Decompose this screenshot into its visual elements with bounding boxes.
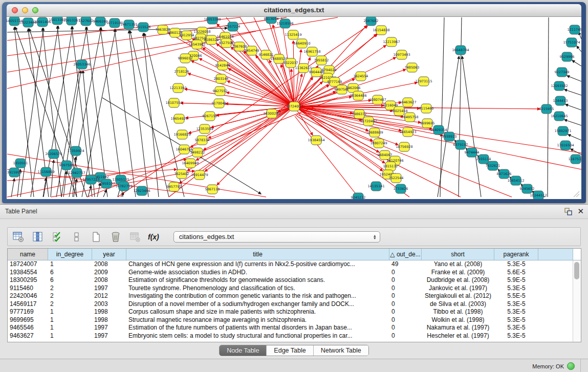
graph-node[interactable]: 1167533 bbox=[569, 155, 581, 164]
row-height-icon[interactable] bbox=[70, 230, 83, 244]
red-edge[interactable] bbox=[297, 111, 313, 135]
graph-node[interactable]: 9466160 bbox=[93, 17, 108, 26]
table-settings-icon[interactable] bbox=[12, 230, 25, 244]
graph-node[interactable]: 12213393 bbox=[169, 83, 186, 93]
black-edge[interactable] bbox=[11, 179, 14, 197]
graph-node[interactable]: 9170046 bbox=[212, 99, 227, 108]
column-header-in_degree[interactable]: in_degree bbox=[48, 249, 92, 260]
graph-node[interactable]: 1733426 bbox=[394, 184, 408, 193]
graph-node[interactable]: 9457791 bbox=[167, 182, 182, 191]
graph-node[interactable]: 16648784 bbox=[452, 46, 469, 55]
network-window[interactable]: citations_edges.txt 14055724182234462069… bbox=[2, 2, 586, 203]
black-edge[interactable] bbox=[567, 76, 581, 81]
black-edge[interactable] bbox=[459, 17, 462, 197]
graph-node[interactable]: 12093582 bbox=[551, 81, 568, 91]
graph-node[interactable]: 11325419 bbox=[285, 30, 301, 39]
tab-edge-table[interactable]: Edge Table bbox=[266, 345, 313, 356]
table-row[interactable]: 977716911998Corpus callosum shape and si… bbox=[8, 308, 581, 316]
network-canvas[interactable]: 1405572418223446206914061501336710653267… bbox=[7, 17, 581, 199]
column-header-pagerank[interactable]: pagerank bbox=[494, 249, 538, 260]
graph-node[interactable]: 5867110 bbox=[205, 185, 220, 194]
black-edge[interactable] bbox=[577, 46, 581, 52]
table-vertical-scrollbar[interactable] bbox=[573, 260, 581, 342]
graph-node[interactable]: 10244512 bbox=[530, 191, 547, 199]
graph-node[interactable]: 17016504 bbox=[557, 141, 574, 150]
tab-network-table[interactable]: Network Table bbox=[313, 345, 368, 356]
black-edge[interactable] bbox=[572, 60, 581, 66]
red-edge[interactable] bbox=[295, 116, 358, 197]
column-header-title[interactable]: title bbox=[126, 249, 389, 260]
graph-node[interactable]: 8267150 bbox=[203, 112, 217, 121]
tab-node-table[interactable]: Node Table bbox=[220, 345, 266, 356]
graph-node[interactable]: 8471626 bbox=[497, 169, 512, 179]
graph-node[interactable]: 1244413 bbox=[553, 96, 568, 105]
graph-node[interactable]: 20206576 bbox=[45, 149, 62, 159]
graph-node[interactable]: 9115460 bbox=[419, 104, 434, 113]
graph-node[interactable]: 8215955 bbox=[539, 104, 554, 114]
scrollbar-thumb[interactable] bbox=[574, 262, 579, 279]
graph-node[interactable]: 16640910 bbox=[293, 39, 310, 48]
column-header-name[interactable]: name bbox=[8, 249, 48, 260]
graph-node[interactable]: 7485063 bbox=[405, 63, 420, 72]
table-row[interactable]: 911546021997Tourette syndrome. Phenomeno… bbox=[8, 285, 581, 293]
graph-node[interactable]: 5878334 bbox=[195, 136, 210, 145]
new-table-icon[interactable] bbox=[90, 230, 103, 244]
graph-node[interactable]: 10973493 bbox=[393, 50, 410, 59]
red-edge[interactable] bbox=[299, 85, 329, 104]
column-header-_fill[interactable] bbox=[538, 249, 573, 260]
resize-grip-icon[interactable] bbox=[573, 190, 580, 198]
black-edge[interactable] bbox=[568, 135, 581, 140]
graph-node[interactable]: 7557224 bbox=[226, 22, 241, 31]
graph-node[interactable]: 9529966 bbox=[560, 52, 575, 61]
table-row[interactable]: 1830029562008Estimation of significance … bbox=[8, 276, 581, 285]
graph-node[interactable]: 12353594 bbox=[196, 124, 213, 134]
table-row[interactable]: 946362711997Embryonic stem cells: a mode… bbox=[8, 332, 581, 340]
graph-node[interactable]: 16961758 bbox=[303, 47, 320, 56]
graph-node[interactable]: 16210645 bbox=[551, 112, 568, 121]
graph-node[interactable]: 18107553 bbox=[165, 98, 182, 107]
black-edge[interactable] bbox=[564, 120, 581, 125]
graph-node[interactable]: 16053389 bbox=[204, 17, 221, 24]
graph-node[interactable]: 16914479 bbox=[191, 170, 208, 180]
table-row[interactable]: 1456911722003Disruption of a novel membe… bbox=[8, 300, 581, 309]
function-builder-icon[interactable]: f(x) bbox=[148, 233, 159, 241]
black-edge[interactable] bbox=[43, 178, 46, 197]
graph-node[interactable]: 7515526 bbox=[136, 23, 151, 32]
red-edge[interactable] bbox=[293, 41, 294, 101]
table-row[interactable]: 1872400712008Changes of HCN gene express… bbox=[8, 260, 581, 269]
black-edge[interactable] bbox=[462, 56, 481, 197]
black-edge[interactable] bbox=[51, 160, 54, 197]
graph-node[interactable]: 9699695 bbox=[420, 119, 435, 128]
graph-node[interactable]: 18756928 bbox=[396, 142, 412, 151]
window-titlebar[interactable]: citations_edges.txt bbox=[7, 4, 581, 17]
column-header-short[interactable]: short bbox=[422, 249, 494, 260]
graph-node[interactable]: 19166829 bbox=[173, 130, 190, 139]
graph-node[interactable]: 3624554 bbox=[354, 72, 368, 81]
graph-node[interactable]: 1211745 bbox=[568, 25, 581, 34]
table-row[interactable]: 946554611997Estimation of the future num… bbox=[8, 324, 581, 332]
graph-node[interactable]: 19384554 bbox=[308, 136, 324, 145]
black-edge[interactable] bbox=[565, 104, 581, 110]
black-edge[interactable] bbox=[564, 90, 581, 95]
graph-node[interactable]: 2718126 bbox=[175, 67, 189, 76]
column-header-year[interactable]: year bbox=[92, 249, 126, 260]
select-rows-icon[interactable] bbox=[51, 230, 64, 244]
float-panel-icon[interactable] bbox=[564, 208, 572, 215]
graph-node[interactable]: 9427552 bbox=[213, 86, 228, 96]
delete-attribute-icon[interactable] bbox=[109, 230, 122, 244]
black-edge[interactable] bbox=[103, 190, 106, 197]
graph-node[interactable]: 19463627 bbox=[399, 98, 416, 107]
graph-node[interactable]: 9245652 bbox=[520, 184, 535, 193]
graph-node[interactable]: 9227349 bbox=[555, 68, 570, 77]
graph-node[interactable]: 19654925 bbox=[170, 114, 187, 123]
table-row[interactable]: 2242004622012Investigating the contribut… bbox=[8, 292, 581, 300]
close-panel-icon[interactable]: ✕ bbox=[577, 207, 584, 216]
table-selector-dropdown[interactable]: citations_edges.txt ▲▼ bbox=[173, 231, 380, 243]
graph-node[interactable]: 15751074 bbox=[563, 38, 580, 47]
graph-node[interactable]: 14135141 bbox=[367, 182, 384, 191]
select-column-icon[interactable] bbox=[31, 230, 45, 244]
red-edge[interactable] bbox=[205, 110, 290, 171]
graph-node[interactable]: 12973115 bbox=[415, 77, 432, 86]
graph-node[interactable]: 12923446 bbox=[133, 186, 150, 195]
graph-node[interactable]: 15892971 bbox=[554, 126, 571, 136]
